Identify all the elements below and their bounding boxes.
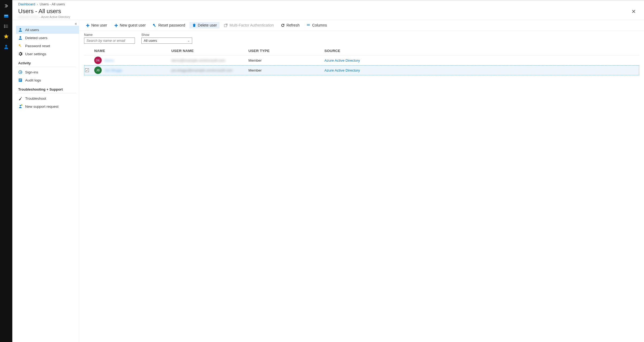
close-icon[interactable]: ✕ [629,8,638,15]
svg-point-3 [4,26,5,27]
refresh-button[interactable]: Refresh [278,22,302,28]
rail-list-icon[interactable] [2,23,10,30]
new-guest-user-button[interactable]: New guest user [111,22,148,28]
rail-dashboard-icon[interactable] [2,12,10,20]
sidebar-item-label: User settings [25,52,46,56]
user-source-link[interactable]: Azure Active Directory [324,58,360,62]
sidebar-item-user-settings[interactable]: User settings [16,50,79,58]
breadcrumb-current: Users - All users [40,2,65,6]
svg-rect-28 [307,24,308,24]
main-pane: New user New guest user Reset password D… [79,20,644,342]
sidebar-item-all-users[interactable]: All users [16,26,79,34]
svg-rect-33 [309,25,310,25]
col-name[interactable]: Name [93,47,170,55]
sidebar-item-new-support[interactable]: New support request [16,102,79,110]
user-principal: joe.bloggs@example.onmicrosoft.com [171,68,233,72]
svg-rect-23 [154,25,156,27]
sidebar-item-label: Troubleshoot [25,96,46,101]
page-title: Users - All users [18,8,70,15]
svg-rect-31 [307,25,308,25]
sidebar-item-audit-logs[interactable]: Audit logs [16,76,79,84]
chevron-down-icon: ⌄ [187,39,190,42]
wrench-icon [18,96,22,101]
sidebar-collapse-icon[interactable]: « [75,21,77,26]
svg-rect-10 [20,45,21,47]
refresh-icon [281,23,285,27]
sidebar-item-troubleshoot[interactable]: Troubleshoot [16,94,79,102]
avatar: JB [94,66,102,74]
users-table: Name User name User type Source DEDemode… [79,46,644,75]
svg-rect-15 [19,81,21,81]
toolbar: New user New guest user Reset password D… [79,20,644,31]
sidebar-item-label: Password reset [25,44,50,48]
mfa-button: Multi-Factor Authentication [221,22,276,28]
delete-user-button[interactable]: Delete user [190,22,220,28]
user-source-link[interactable]: Azure Active Directory [324,68,360,72]
svg-rect-26 [194,24,195,24]
sidebar-item-label: Deleted users [25,36,47,40]
sidebar-item-sign-ins[interactable]: Sign-ins [16,68,79,76]
show-dropdown[interactable]: All users ⌄ [141,38,192,44]
sidebar-item-label: New support request [25,105,59,109]
svg-rect-29 [308,24,309,24]
svg-rect-19 [86,25,89,26]
key-icon [18,44,22,48]
col-source[interactable]: Source [323,47,639,55]
svg-rect-24 [193,24,195,27]
reset-password-button[interactable]: Reset password [150,22,188,28]
col-user-type[interactable]: User type [247,47,323,55]
svg-point-16 [20,105,21,106]
breadcrumb: Dashboard › Users - All users [12,1,644,8]
breadcrumb-separator: › [37,2,38,6]
user-icon [18,36,22,40]
breadcrumb-root[interactable]: Dashboard [18,2,35,6]
col-user-name[interactable]: User name [170,47,247,55]
svg-rect-21 [115,25,118,26]
svg-marker-5 [4,34,8,38]
svg-rect-32 [308,25,309,25]
svg-rect-1 [4,15,8,16]
table-row[interactable]: DEDemodemo@example.onmicrosoft.comMember… [84,55,639,65]
row-checkbox[interactable]: ✓ [85,68,89,72]
sidebar-group-troubleshoot: Troubleshooting + Support [16,84,76,93]
columns-button[interactable]: Columns [304,22,329,28]
user-name-link[interactable]: Demo [104,58,114,62]
filter-name-label: Name [84,33,135,37]
user-principal: demo@example.onmicrosoft.com [171,58,225,62]
sidebar-item-password-reset[interactable]: Password reset [16,42,79,50]
left-rail [0,0,12,342]
plus-icon [114,23,118,27]
new-user-button[interactable]: New user [83,22,110,28]
gear-icon [18,52,22,56]
page-subtitle: redacted tenant - Azure Active Directory [18,15,70,18]
user-type: Member [247,57,323,64]
user-name-link[interactable]: Joe Bloggs [104,68,122,72]
rail-star-icon[interactable] [2,33,10,40]
svg-rect-13 [19,79,21,80]
svg-rect-14 [19,80,21,80]
columns-icon [306,23,310,27]
sidebar-item-label: All users [25,28,39,32]
svg-point-7 [20,28,21,30]
rail-user-icon[interactable] [2,43,10,50]
svg-point-4 [4,27,5,28]
external-icon [224,23,228,27]
table-row[interactable]: ✓JBJoe Bloggsjoe.bloggs@example.onmicros… [84,65,639,75]
user-icon [18,28,22,32]
svg-point-8 [20,36,21,38]
filter-show-label: Show [141,33,192,37]
rail-expand-icon[interactable] [2,2,10,10]
svg-rect-30 [309,24,310,24]
search-input[interactable] [84,38,135,44]
sidebar-item-label: Audit logs [25,78,41,82]
svg-point-6 [5,45,7,47]
sidebar: « All users Deleted users Password reset… [16,20,79,342]
trash-icon [192,23,196,27]
plus-icon [86,23,90,27]
log-icon [18,78,22,82]
avatar: DE [94,57,102,64]
sidebar-item-deleted-users[interactable]: Deleted users [16,34,79,42]
filters: Name Show All users ⌄ [79,31,644,46]
svg-point-2 [4,25,5,25]
key-icon [153,23,157,27]
